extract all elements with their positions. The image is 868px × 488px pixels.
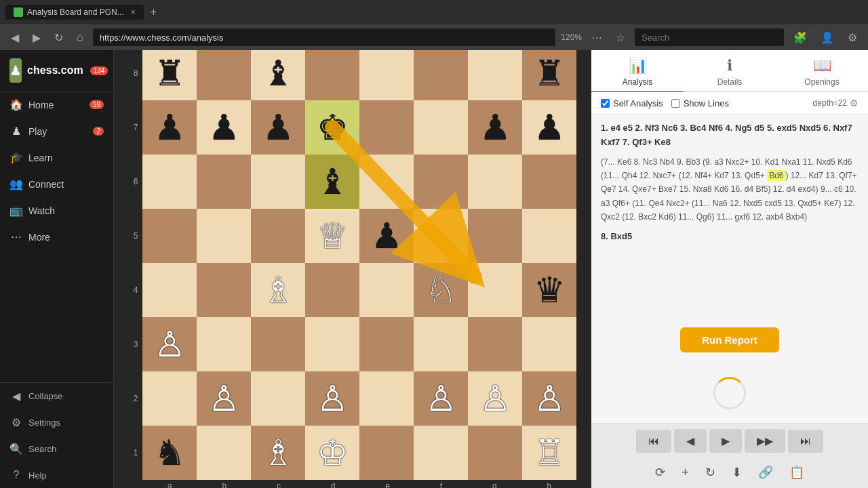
square[interactable]: ♟	[468, 100, 522, 155]
square[interactable]	[468, 317, 522, 371]
square[interactable]	[468, 50, 522, 100]
square[interactable]: ♜	[142, 50, 197, 100]
sidebar-item-home[interactable]: 🏠 Home 59	[0, 92, 113, 118]
self-analysis-checkbox-label[interactable]: Self Analysis	[601, 98, 663, 108]
square[interactable]	[414, 50, 468, 100]
square[interactable]	[522, 317, 576, 371]
square[interactable]: ♟	[251, 100, 305, 155]
nav-play-button[interactable]: ▶	[709, 429, 742, 453]
sidebar-item-search[interactable]: 🔍 Search	[0, 436, 113, 462]
share-button[interactable]: 🔗	[753, 462, 778, 483]
chess-piece[interactable]: ♙	[154, 327, 186, 362]
tab-openings[interactable]: 📖 Openings	[776, 50, 868, 92]
square[interactable]: ♛	[522, 263, 576, 317]
tab-analysis[interactable]: 📊 Analysis	[591, 50, 684, 92]
square[interactable]: ♟	[359, 209, 414, 263]
chess-piece[interactable]: ♝	[262, 56, 294, 91]
square[interactable]	[142, 371, 197, 426]
square[interactable]: ♜	[522, 50, 576, 100]
chess-piece[interactable]: ♙	[479, 381, 511, 416]
run-report-button[interactable]: Run Report	[680, 327, 779, 352]
square[interactable]	[359, 317, 414, 371]
nav-prev-button[interactable]: ◀	[674, 429, 707, 453]
square[interactable]	[414, 317, 468, 371]
tab-close-button[interactable]: ×	[131, 7, 136, 17]
square[interactable]: ♙	[142, 317, 197, 371]
square[interactable]	[414, 426, 468, 480]
square[interactable]	[414, 155, 468, 209]
square[interactable]: ♘	[414, 263, 468, 317]
bookmark-button[interactable]: ☆	[612, 30, 629, 45]
reset-button[interactable]: ↻	[700, 462, 721, 483]
square[interactable]	[414, 100, 468, 155]
nav-next-button[interactable]: ▶▶	[745, 429, 785, 453]
square[interactable]	[522, 155, 576, 209]
chess-piece[interactable]: ♟	[208, 110, 240, 145]
square[interactable]: ♕	[305, 209, 359, 263]
square[interactable]: ♗	[251, 426, 305, 480]
square[interactable]	[197, 317, 251, 371]
chess-piece[interactable]: ♟	[534, 110, 566, 145]
chess-piece[interactable]: ♙	[425, 381, 457, 416]
chess-piece[interactable]: ♘	[425, 272, 457, 308]
square[interactable]	[359, 371, 414, 426]
show-lines-checkbox-label[interactable]: Show Lines	[671, 98, 729, 108]
square[interactable]	[359, 155, 414, 209]
chess-piece[interactable]: ♟	[154, 110, 186, 145]
square[interactable]: ♙	[468, 371, 522, 426]
square[interactable]	[142, 155, 197, 209]
chess-piece[interactable]: ♙	[317, 381, 349, 416]
add-button[interactable]: +	[676, 463, 694, 483]
square[interactable]: ♔	[305, 426, 359, 480]
square[interactable]	[468, 426, 522, 480]
square[interactable]: ♗	[251, 263, 305, 317]
chess-board[interactable]: ♜♝♜♟♟♟♚♟♟♝♕♟♗♘♛♙♙♙♙♙♙♞♗♔♖	[142, 50, 576, 480]
square[interactable]	[251, 317, 305, 371]
chess-piece[interactable]: ♟	[262, 110, 294, 145]
square[interactable]	[359, 50, 414, 100]
square[interactable]	[305, 50, 359, 100]
clipboard-button[interactable]: 📋	[784, 462, 810, 483]
square[interactable]	[359, 263, 414, 317]
square[interactable]: ♝	[305, 155, 359, 209]
sidebar-logo[interactable]: ♟ chess.com 134	[0, 50, 113, 92]
chess-piece[interactable]: ♛	[534, 272, 566, 308]
square[interactable]	[305, 317, 359, 371]
square[interactable]	[468, 209, 522, 263]
square[interactable]	[142, 263, 197, 317]
self-analysis-checkbox[interactable]	[601, 99, 610, 108]
square[interactable]	[522, 209, 576, 263]
square[interactable]: ♙	[522, 371, 576, 426]
square[interactable]	[468, 263, 522, 317]
tab-details[interactable]: ℹ Details	[684, 50, 776, 92]
square[interactable]: ♙	[414, 371, 468, 426]
flip-board-button[interactable]: ⟳	[650, 462, 671, 483]
chess-piece[interactable]: ♟	[371, 218, 403, 253]
square[interactable]: ♝	[251, 50, 305, 100]
sidebar-item-learn[interactable]: 🎓 Learn	[0, 144, 113, 171]
chess-piece[interactable]: ♙	[208, 381, 240, 416]
chess-piece[interactable]: ♗	[262, 435, 294, 470]
square[interactable]	[251, 371, 305, 426]
sidebar-item-connect[interactable]: 👥 Connect	[0, 171, 113, 197]
square[interactable]	[468, 155, 522, 209]
square[interactable]: ♖	[522, 426, 576, 480]
chess-piece[interactable]: ♜	[154, 56, 186, 91]
square[interactable]	[251, 209, 305, 263]
sidebar-item-help[interactable]: ? Help	[0, 462, 113, 488]
chess-piece[interactable]: ♟	[479, 110, 511, 145]
square[interactable]	[414, 209, 468, 263]
show-lines-checkbox[interactable]	[671, 99, 680, 108]
square[interactable]	[251, 155, 305, 209]
home-button[interactable]: ⌂	[73, 30, 87, 45]
depth-settings-icon[interactable]: ⚙	[850, 98, 859, 108]
square[interactable]	[197, 209, 251, 263]
nav-last-button[interactable]: ⏭	[788, 430, 823, 453]
browser-search-input[interactable]	[635, 28, 784, 46]
square[interactable]: ♙	[197, 371, 251, 426]
square[interactable]: ♟	[197, 100, 251, 155]
square[interactable]: ♙	[305, 371, 359, 426]
sidebar-item-settings[interactable]: ⚙ Settings	[0, 409, 113, 436]
square[interactable]	[197, 155, 251, 209]
square[interactable]	[197, 426, 251, 480]
